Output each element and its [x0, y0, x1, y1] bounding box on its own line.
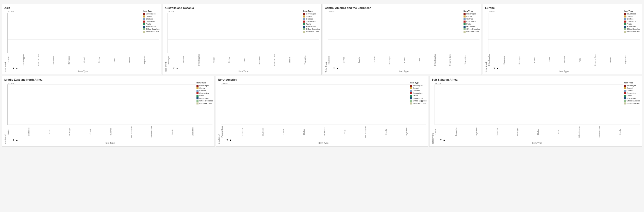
legend-item-office-supplies[interactable]: Office Supplies	[624, 100, 640, 102]
sort-desc-button[interactable]: ▼	[226, 139, 228, 141]
legend-item-clothes[interactable]: Clothes	[143, 18, 160, 20]
legend-item-beverages[interactable]: Beverages	[624, 84, 640, 87]
legend-color-swatch	[143, 18, 145, 20]
legend-item-office-supplies[interactable]: Office Supplies	[624, 28, 640, 30]
legend-item-cosmetics[interactable]: Cosmetics	[624, 20, 640, 23]
legend-item-fruits[interactable]: Fruits	[464, 23, 480, 25]
legend-item-fruits[interactable]: Fruits	[624, 95, 640, 97]
legend-item-household[interactable]: Household	[303, 25, 320, 28]
legend-item-clothes[interactable]: Clothes	[464, 18, 480, 20]
y-axis-label: Total Profit	[432, 133, 434, 144]
legend-item-cosmetics[interactable]: Cosmetics	[143, 20, 160, 23]
legend-item-beverages[interactable]: Beverages	[196, 84, 213, 87]
legend-item-clothes[interactable]: Clothes	[410, 90, 427, 92]
legend-item-beverages[interactable]: Beverages	[410, 84, 427, 87]
legend-item-label: Office Supplies	[199, 100, 213, 102]
legend-item-office-supplies[interactable]: Office Supplies	[143, 28, 160, 30]
legend-item-household[interactable]: Household	[410, 97, 427, 99]
legend-item-fruits[interactable]: Fruits	[303, 23, 320, 25]
legend-item-cereal[interactable]: Cereal	[624, 87, 640, 89]
legend-item-personal-care[interactable]: Personal Care	[303, 30, 320, 33]
legend-item-beverages[interactable]: Beverages	[303, 13, 320, 15]
sort-asc-button[interactable]: ▲	[229, 139, 232, 141]
legend-item-office-supplies[interactable]: Office Supplies	[303, 28, 320, 30]
legend-item-cosmetics[interactable]: Cosmetics	[303, 20, 320, 23]
legend-item-beverages[interactable]: Beverages	[143, 13, 160, 15]
legend-item-fruits[interactable]: Fruits	[143, 23, 160, 25]
chart-panel-north-america: North AmericaTotal Profit20.65kPersonal …	[216, 76, 428, 147]
legend-item-household[interactable]: Household	[464, 25, 480, 28]
legend-item-personal-care[interactable]: Personal Care	[624, 30, 640, 33]
legend-item-clothes[interactable]: Clothes	[624, 90, 640, 92]
legend-item-cosmetics[interactable]: Cosmetics	[410, 92, 427, 94]
legend-item-label: Office Supplies	[626, 100, 640, 102]
legend-item-label: Beverages	[626, 13, 636, 15]
legend-item-household[interactable]: Household	[196, 97, 213, 99]
legend-item-personal-care[interactable]: Personal Care	[624, 102, 640, 104]
x-label: Snacks	[129, 54, 144, 66]
legend-item-cosmetics[interactable]: Cosmetics	[624, 92, 640, 94]
legend-item-fruits[interactable]: Fruits	[196, 95, 213, 97]
sort-asc-button[interactable]: ▲	[16, 67, 18, 69]
legend-item-cereal[interactable]: Cereal	[303, 15, 320, 17]
sort-asc-button[interactable]: ▲	[336, 67, 338, 69]
legend-item-office-supplies[interactable]: Office Supplies	[464, 28, 480, 30]
legend-item-clothes[interactable]: Clothes	[303, 18, 320, 20]
x-axis-title: Item Type	[7, 70, 159, 73]
legend-item-household[interactable]: Household	[624, 97, 640, 99]
x-label: Household	[53, 54, 68, 66]
legend-item-cosmetics[interactable]: Cosmetics	[196, 92, 213, 94]
legend-item-clothes[interactable]: Clothes	[624, 18, 640, 20]
bars-container	[328, 13, 480, 53]
legend: Item TypeBeveragesCerealClothesCosmetics…	[463, 9, 481, 33]
chart-area: Total Profit20.65kBeveragesCosmeticsOffi…	[164, 10, 319, 73]
x-label: Cosmetics	[564, 54, 579, 66]
legend-item-beverages[interactable]: Beverages	[464, 13, 480, 15]
legend-item-household[interactable]: Household	[143, 25, 160, 28]
x-label: Vegetables	[144, 54, 159, 66]
legend-item-office-supplies[interactable]: Office Supplies	[196, 100, 213, 102]
legend-item-label: Cosmetics	[199, 92, 209, 94]
x-label: Beverages	[262, 126, 283, 138]
sort-desc-button[interactable]: ▼	[440, 139, 442, 141]
sort-asc-button[interactable]: ▲	[443, 139, 445, 141]
legend-item-label: Personal Care	[413, 102, 426, 104]
legend-item-label: Clothes	[626, 18, 633, 20]
legend-item-cereal[interactable]: Cereal	[143, 15, 160, 17]
legend-item-personal-care[interactable]: Personal Care	[464, 30, 480, 33]
legend-item-label: Clothes	[146, 18, 153, 20]
legend-item-clothes[interactable]: Clothes	[196, 90, 213, 92]
legend-item-label: Personal Care	[146, 30, 159, 33]
x-label: Snacks	[609, 54, 625, 66]
x-axis-labels: ClothesCosmeticsFruitsBeveragesCerealHou…	[7, 126, 212, 138]
legend-item-beverages[interactable]: Beverages	[624, 13, 640, 15]
sort-asc-button[interactable]: ▲	[497, 67, 499, 69]
legend-color-swatch	[464, 31, 466, 33]
legend-item-fruits[interactable]: Fruits	[624, 23, 640, 25]
x-label: Cereal	[404, 54, 419, 66]
x-label: Office Supplies	[23, 54, 38, 66]
sort-desc-button[interactable]: ▼	[333, 67, 335, 69]
legend-item-label: Cereal	[626, 87, 633, 89]
legend-item-cereal[interactable]: Cereal	[410, 87, 427, 89]
sort-desc-button[interactable]: ▼	[493, 67, 496, 69]
legend-item-personal-care[interactable]: Personal Care	[410, 102, 427, 104]
sort-desc-button[interactable]: ▼	[173, 67, 175, 69]
legend-item-office-supplies[interactable]: Office Supplies	[410, 100, 427, 102]
legend-item-cereal[interactable]: Cereal	[464, 15, 480, 17]
x-label: Office Supplies	[365, 126, 385, 138]
legend-item-cosmetics[interactable]: Cosmetics	[464, 20, 480, 23]
legend-item-personal-care[interactable]: Personal Care	[196, 102, 213, 104]
legend-color-swatch	[196, 90, 199, 92]
sort-asc-button[interactable]: ▲	[176, 67, 178, 69]
legend-color-swatch	[303, 28, 305, 30]
legend-item-personal-care[interactable]: Personal Care	[143, 30, 160, 33]
legend-item-household[interactable]: Household	[624, 25, 640, 28]
sort-desc-button[interactable]: ▼	[12, 67, 15, 69]
legend-item-cereal[interactable]: Cereal	[624, 15, 640, 17]
legend-item-fruits[interactable]: Fruits	[410, 95, 427, 97]
sort-desc-button[interactable]: ▼	[12, 139, 15, 141]
sort-asc-button[interactable]: ▲	[16, 139, 18, 141]
legend-item-cereal[interactable]: Cereal	[196, 87, 213, 89]
legend-color-swatch	[143, 21, 145, 23]
